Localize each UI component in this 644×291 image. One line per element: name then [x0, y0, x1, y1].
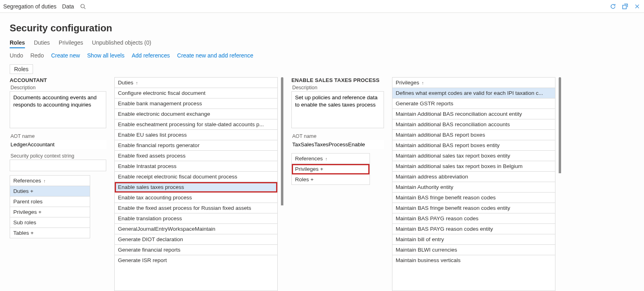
breadcrumb-data[interactable]: Data	[62, 3, 74, 10]
duties-scrollbar[interactable]	[281, 77, 283, 291]
duty-references-header[interactable]: References↑	[292, 154, 369, 164]
title-bar: Segregation of duties Data	[0, 0, 644, 13]
role-reference-row[interactable]: Sub roles	[10, 217, 90, 228]
role-reference-row[interactable]: Tables +	[10, 228, 90, 238]
duty-row[interactable]: Configure electronic fiscal document	[115, 88, 277, 98]
privilege-row[interactable]: Maintain BAS PAYG reason codes entity	[392, 224, 555, 234]
duty-row[interactable]: Enable fixed assets process	[115, 151, 277, 161]
action-bar: UndoRedoCreate newShow all levelsAdd ref…	[10, 52, 634, 59]
role-aot-input[interactable]	[10, 140, 106, 149]
duty-description-input[interactable]	[291, 91, 384, 128]
tab-duties[interactable]: Duties	[34, 39, 50, 48]
action-undo: Undo	[10, 52, 23, 59]
privilege-row[interactable]: Maintain additional BAS report boxes ent…	[392, 140, 555, 151]
privileges-panel: Privileges↑ Defines what exempt codes ar…	[392, 77, 561, 291]
action-show-all-levels[interactable]: Show all levels	[87, 52, 125, 59]
privilege-row[interactable]: Maintain Authority entity	[392, 182, 555, 193]
duty-row[interactable]: Enable translation process	[115, 213, 277, 224]
privilege-row[interactable]: Maintain BLWI currencies	[392, 245, 555, 255]
action-create-new[interactable]: Create new	[51, 52, 80, 59]
action-add-references[interactable]: Add references	[132, 52, 170, 59]
duty-row[interactable]: Enable tax accounting process	[115, 193, 277, 203]
duty-aot-label: AOT name	[292, 133, 384, 139]
privilege-row[interactable]: Maintain BAS PAYG reason codes	[392, 213, 555, 224]
role-reference-row[interactable]: Parent roles	[10, 197, 90, 207]
role-description-input[interactable]	[10, 91, 106, 128]
privileges-header[interactable]: Privileges↑	[392, 78, 555, 88]
duty-reference-row[interactable]: Privileges +	[292, 164, 369, 174]
action-create-new-and-add-reference[interactable]: Create new and add reference	[177, 52, 253, 59]
role-details-panel: ACCOUNTANT Description AOT name Security…	[10, 77, 106, 291]
duty-row[interactable]: Enable receipt electronic fiscal documen…	[115, 172, 277, 182]
search-icon[interactable]	[80, 3, 86, 10]
duty-aot-input[interactable]	[291, 140, 384, 149]
privilege-row[interactable]: Maintain additional BAS reconciliation a…	[392, 119, 555, 130]
role-policy-input[interactable]	[10, 160, 106, 171]
role-aot-label: AOT name	[10, 133, 106, 139]
role-references-list: References↑ Duties +Parent rolesPrivileg…	[10, 175, 90, 238]
duty-row[interactable]: Enable financial reports generator	[115, 140, 277, 151]
role-policy-label: Security policy context string	[10, 153, 106, 159]
action-redo: Redo	[30, 52, 43, 59]
privilege-row[interactable]: Maintain Additional BAS reconciliation a…	[392, 109, 555, 119]
privileges-scrollbar[interactable]	[559, 77, 561, 291]
svg-line-1	[84, 7, 86, 9]
roles-chip[interactable]: Roles	[10, 64, 33, 74]
tab-unpublished-objects-0-[interactable]: Unpublished objects (0)	[92, 39, 151, 48]
privilege-row[interactable]: Maintain additional BAS report boxes	[392, 130, 555, 140]
duty-reference-row[interactable]: Roles +	[292, 174, 369, 184]
duty-details-panel: ENABLE SALES TAXES PROCESS Description A…	[291, 77, 384, 291]
privilege-row[interactable]: Maintain BAS fringe benefit reason codes	[392, 193, 555, 203]
privilege-row[interactable]: Maintain additional sales tax report box…	[392, 151, 555, 161]
duty-row[interactable]: Enable electronic document exchange	[115, 109, 277, 119]
close-icon[interactable]	[634, 3, 641, 10]
tab-privileges[interactable]: Privileges	[59, 39, 83, 48]
role-description-label: Description	[10, 85, 106, 90]
duty-row[interactable]: Enable Intrastat process	[115, 161, 277, 172]
duties-header[interactable]: Duties↑	[115, 78, 277, 88]
privilege-row[interactable]: Maintain BAS fringe benefit reason codes…	[392, 203, 555, 213]
duty-row[interactable]: Enable sales taxes process	[115, 182, 277, 193]
duty-row[interactable]: Generate ISR report	[115, 255, 277, 265]
privilege-row[interactable]: Maintain address abbreviation	[392, 172, 555, 182]
duty-heading: ENABLE SALES TAXES PROCESS	[291, 77, 384, 83]
duty-description-label: Description	[292, 85, 384, 90]
refresh-icon[interactable]	[609, 3, 617, 10]
privilege-row[interactable]: Maintain bill of entry	[392, 234, 555, 245]
breadcrumb-segregation[interactable]: Segregation of duties	[3, 3, 56, 10]
role-reference-row[interactable]: Duties +	[10, 186, 90, 197]
duty-row[interactable]: Generate financial reports	[115, 245, 277, 255]
role-reference-row[interactable]: Privileges +	[10, 207, 90, 217]
duty-references-list: References↑ Privileges +Roles +	[291, 153, 370, 185]
tabs: RolesDutiesPrivilegesUnpublished objects…	[10, 39, 634, 48]
duties-panel: Duties↑ Configure electronic fiscal docu…	[114, 77, 283, 291]
role-references-header[interactable]: References↑	[10, 176, 90, 186]
role-heading: ACCOUNTANT	[10, 77, 106, 83]
tab-roles[interactable]: Roles	[10, 39, 25, 48]
duty-row[interactable]: GeneralJournalEntryWorkspaceMaintain	[115, 224, 277, 234]
popout-icon[interactable]	[621, 3, 629, 10]
privilege-row[interactable]: Maintain business verticals	[392, 255, 555, 265]
duty-row[interactable]: Enable bank management process	[115, 98, 277, 109]
svg-rect-2	[623, 5, 626, 9]
page-title: Security configuration	[10, 23, 634, 34]
duty-row[interactable]: Enable EU sales list process	[115, 130, 277, 140]
privilege-row[interactable]: Maintain additional sales tax report box…	[392, 161, 555, 172]
duty-row[interactable]: Enable escheatment processing for stale-…	[115, 119, 277, 130]
privilege-row[interactable]: Defines what exempt codes are valid for …	[392, 88, 555, 98]
duty-row[interactable]: Generate DIOT declaration	[115, 234, 277, 245]
svg-point-0	[81, 4, 85, 8]
duty-row[interactable]: Enable the fixed asset process for Russi…	[115, 203, 277, 213]
privilege-row[interactable]: Generate GSTR reports	[392, 98, 555, 109]
